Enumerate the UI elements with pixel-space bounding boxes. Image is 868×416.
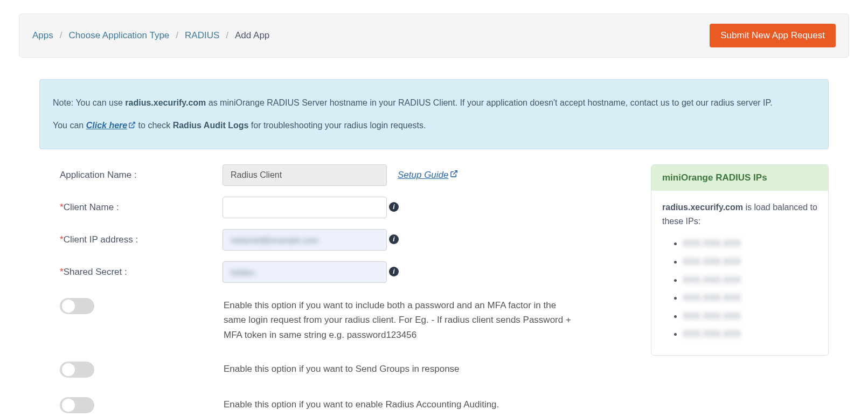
info-text: You can: [53, 121, 86, 130]
radius-ips-panel: miniOrange RADIUS IPs radius.xecurify.co…: [651, 164, 829, 356]
toggle-row-groups: Enable this option if you want to Send G…: [39, 362, 629, 378]
info-icon[interactable]: i: [389, 202, 399, 212]
accounting-toggle[interactable]: [60, 397, 94, 413]
app-name-label: Application Name :: [39, 164, 223, 181]
submit-new-app-button[interactable]: Submit New App Request: [710, 24, 836, 47]
breadcrumb-separator: /: [176, 30, 178, 41]
ip-list-item: XXX.XXX.XXX: [683, 309, 817, 323]
info-icon[interactable]: i: [389, 234, 399, 244]
info-icon[interactable]: i: [389, 267, 399, 276]
header-bar: Apps / Choose Application Type / RADIUS …: [19, 13, 849, 58]
info-text: Note: You can use: [53, 98, 125, 107]
mfa-concat-description: Enable this option if you want to includ…: [224, 298, 574, 342]
radius-host: radius.xecurify.com: [662, 203, 743, 212]
ip-panel-column: miniOrange RADIUS IPs radius.xecurify.co…: [651, 164, 829, 416]
mfa-concat-toggle[interactable]: [60, 298, 94, 314]
shared-secret-input[interactable]: hidden: [223, 261, 387, 283]
radius-ips-body: radius.xecurify.com is load balanced to …: [651, 191, 828, 355]
client-name-input[interactable]: [223, 197, 387, 218]
client-ip-label: *Client IP address :: [39, 229, 223, 245]
info-text: for troubleshooting your radius login re…: [248, 121, 426, 130]
client-name-label: *Client Name :: [39, 197, 223, 213]
form-row-client-ip: *Client IP address : redacted@example.co…: [39, 229, 629, 258]
radius-ips-title: miniOrange RADIUS IPs: [651, 165, 828, 191]
breadcrumb: Apps / Choose Application Type / RADIUS …: [32, 30, 269, 41]
send-groups-toggle[interactable]: [60, 362, 94, 378]
toggle-row-mfa: Enable this option if you want to includ…: [39, 298, 629, 342]
client-ip-input[interactable]: redacted@example.com: [223, 229, 387, 251]
info-audit-logs: Radius Audit Logs: [173, 121, 249, 130]
breadcrumb-choose-type[interactable]: Choose Application Type: [68, 30, 169, 41]
form-column: Application Name : Radius Client Setup G…: [39, 164, 629, 416]
external-link-icon: [128, 115, 136, 137]
svg-line-0: [131, 122, 135, 125]
form-row-shared-secret: *Shared Secret : hidden i: [39, 261, 629, 290]
click-here-link[interactable]: Click here: [86, 121, 136, 130]
breadcrumb-separator: /: [60, 30, 63, 41]
ip-list-item: XXX.XXX.XXX: [683, 291, 817, 305]
page-container: Apps / Choose Application Type / RADIUS …: [0, 0, 868, 416]
main-layout: Application Name : Radius Client Setup G…: [39, 164, 829, 416]
form-row-app-name: Application Name : Radius Client Setup G…: [39, 164, 629, 193]
breadcrumb-radius[interactable]: RADIUS: [185, 30, 219, 41]
radius-ip-list: XXX.XXX.XXX XXX.XXX.XXX XXX.XXX.XXX XXX.…: [662, 237, 817, 341]
breadcrumb-separator: /: [226, 30, 228, 41]
ip-list-item: XXX.XXX.XXX: [683, 255, 817, 269]
svg-line-1: [453, 171, 457, 175]
accounting-description: Enable this option if you want to enable…: [224, 397, 499, 412]
ip-list-item: XXX.XXX.XXX: [683, 327, 817, 341]
form-row-client-name: *Client Name : i: [39, 197, 629, 226]
breadcrumb-current: Add App: [235, 30, 269, 41]
setup-guide-link[interactable]: Setup Guide: [398, 164, 458, 181]
info-note-box: Note: You can use radius.xecurify.com as…: [39, 79, 829, 149]
ip-list-item: XXX.XXX.XXX: [683, 237, 817, 251]
send-groups-description: Enable this option if you want to Send G…: [224, 362, 460, 376]
ip-list-item: XXX.XXX.XXX: [683, 273, 817, 287]
info-hostname: radius.xecurify.com: [125, 98, 206, 107]
external-link-icon: [450, 170, 458, 181]
content-area: Note: You can use radius.xecurify.com as…: [19, 79, 849, 416]
shared-secret-label: *Shared Secret :: [39, 261, 223, 278]
app-name-readonly: Radius Client: [223, 164, 387, 186]
info-text: as miniOrange RADIUS Server hostname in …: [206, 98, 772, 107]
breadcrumb-apps[interactable]: Apps: [32, 30, 53, 41]
toggle-row-accounting: Enable this option if you want to enable…: [39, 397, 629, 413]
info-text: to check: [136, 121, 172, 130]
